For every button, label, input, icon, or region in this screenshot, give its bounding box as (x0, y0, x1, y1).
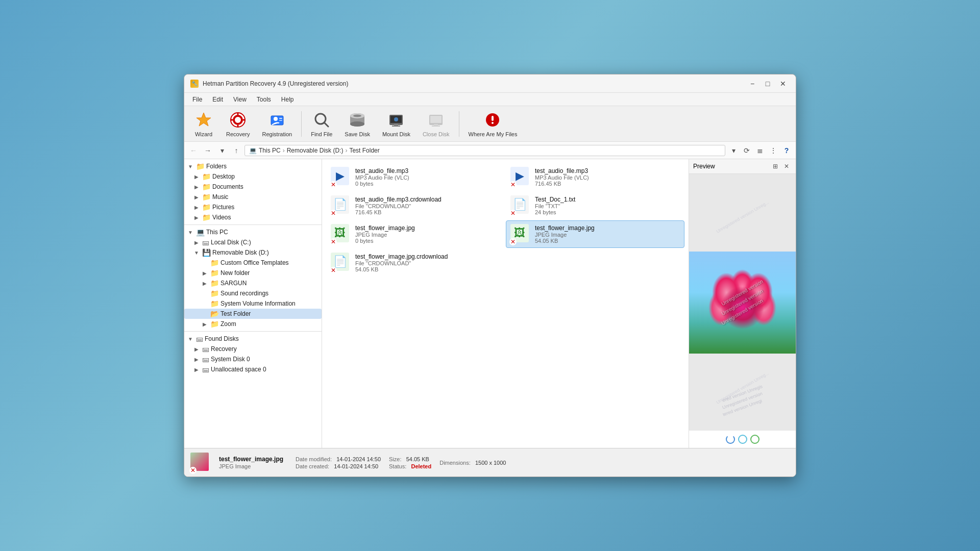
sidebar-recovery-label: Recovery (211, 345, 237, 353)
minimize-button[interactable]: − (746, 78, 759, 89)
menu-tools[interactable]: Tools (253, 95, 275, 104)
view-options-button[interactable]: ⋮ (767, 144, 779, 157)
status-size-label: Size: (389, 456, 401, 462)
status-thumbnail: ✕ (190, 453, 211, 473)
up-button[interactable]: ↑ (230, 144, 242, 157)
sidebar-item-recovery[interactable]: ▶ 🖴 Recovery (184, 344, 322, 354)
folder-icon-cot: 📁 (210, 259, 219, 267)
close-disk-button[interactable]: Close Disk (418, 109, 455, 139)
path-segment-2: Removable Disk (D:) (287, 147, 344, 154)
preview-expand-button[interactable]: ⊞ (770, 161, 780, 171)
find-file-button[interactable]: Find File (306, 109, 337, 139)
sidebar-section-folders[interactable]: ▼ 📁 Folders (184, 161, 322, 171)
sidebar-item-system-disk-0[interactable]: ▶ 🖴 System Disk 0 (184, 354, 322, 364)
chevron-zoom: ▶ (201, 321, 209, 327)
folder-icon-new-folder: 📁 (210, 269, 219, 277)
mount-disk-button[interactable]: Mount Disk (377, 109, 415, 139)
disk-icon-c: 🖴 (202, 238, 209, 246)
recent-button[interactable]: ▾ (216, 144, 228, 157)
folder-icon-documents: 📁 (202, 183, 211, 191)
refresh-button[interactable]: ⟳ (741, 144, 753, 157)
file-type-1: MP3 Audio File (VLC) (355, 174, 500, 181)
sidebar-item-zoom[interactable]: ▶ 📁 Zoom (184, 319, 322, 329)
sidebar-item-documents[interactable]: ▶ 📁 Documents (184, 182, 322, 192)
maximize-button[interactable]: □ (761, 78, 774, 89)
sidebar-item-new-folder[interactable]: ▶ 📁 New folder (184, 268, 322, 278)
sidebar-item-custom-office-templates[interactable]: 📁 Custom Office Templates (184, 258, 322, 268)
watermark-below-text-3: tered version Unregi (722, 398, 763, 417)
menu-help[interactable]: Help (277, 95, 298, 104)
sidebar-videos-label: Videos (212, 214, 231, 221)
filter-button[interactable]: ≣ (754, 144, 766, 157)
mount-disk-label: Mount Disk (382, 131, 410, 137)
sidebar-item-pictures[interactable]: ▶ 📁 Pictures (184, 202, 322, 212)
folder-icon-desktop: 📁 (202, 172, 211, 181)
folder-icon-pictures: 📁 (202, 203, 211, 211)
status-date-modified-label: Date modified: (296, 456, 332, 462)
file-thumb-7: 📄 ✕ (331, 253, 351, 273)
sidebar-item-music[interactable]: ▶ 📁 Music (184, 192, 322, 202)
file-size-3: 716.45 KB (355, 209, 500, 215)
sidebar-item-system-volume-information[interactable]: 📁 System Volume Information (184, 298, 322, 309)
find-file-icon (312, 111, 331, 129)
file-item-5[interactable]: 🖼 ✕ test_flower_image.jpg JPEG Image 0 b… (326, 220, 505, 248)
sidebar-section-found-disks[interactable]: ▼ 🖴 Found Disks (184, 334, 322, 344)
sidebar-item-videos[interactable]: ▶ 📁 Videos (184, 212, 322, 222)
chevron-desktop: ▶ (192, 174, 201, 180)
address-path-display[interactable]: 💻 This PC › Removable Disk (D:) › Test F… (244, 145, 725, 156)
status-dimensions-info: Dimensions: 1500 x 1000 (439, 460, 506, 466)
menu-file[interactable]: File (188, 95, 206, 104)
file-item-1[interactable]: ▶ ✕ test_audio_file.mp3 MP3 Audio File (… (326, 163, 505, 191)
menu-view[interactable]: View (229, 95, 251, 104)
app-icon: 🔧 (190, 80, 199, 88)
file-item-3[interactable]: 📄 ✕ test_audio_file.mp3.crdownload File … (326, 192, 505, 219)
sidebar-item-test-folder[interactable]: 📂 Test Folder (184, 309, 322, 319)
sidebar-item-local-disk-c[interactable]: ▶ 🖴 Local Disk (C:) (184, 237, 322, 247)
wizard-button[interactable]: Wizard (188, 109, 219, 139)
sidebar-section-this-pc[interactable]: ▼ 💻 This PC (184, 227, 322, 237)
where-are-my-files-button[interactable]: Where Are My Files (463, 109, 523, 139)
sidebar-item-removable-disk-d[interactable]: ▼ 💾 Removable Disk (D:) (184, 247, 322, 258)
registration-label: Registration (262, 131, 292, 137)
sidebar-local-disk-c-label: Local Disk (C:) (211, 239, 251, 246)
file-item-7[interactable]: 📄 ✕ test_flower_image.jpg.crdownload Fil… (326, 249, 505, 277)
file-size-4: 24 bytes (535, 209, 680, 215)
file-type-3: File "CRDOWNLOAD" (355, 203, 500, 209)
help-button[interactable]: ? (780, 144, 793, 157)
folder-icon-unallocated-space-0: 🖴 (202, 365, 209, 373)
chevron-folders: ▼ (186, 164, 194, 169)
sidebar-item-sargun[interactable]: ▶ 📁 SARGUN (184, 278, 322, 288)
chevron-svi (201, 301, 209, 307)
preview-close-button[interactable]: ✕ (781, 161, 792, 171)
svg-rect-11 (279, 120, 282, 121)
save-disk-button[interactable]: Save Disk (339, 109, 375, 139)
preview-header: Preview ⊞ ✕ (689, 159, 796, 174)
svg-point-24 (394, 117, 398, 121)
sidebar-item-desktop[interactable]: ▶ 📁 Desktop (184, 171, 322, 182)
forward-button[interactable]: → (202, 144, 214, 157)
file-thumb-1: ▶ ✕ (331, 167, 351, 187)
file-type-4: File "TXT" (535, 203, 680, 209)
registration-button[interactable]: Registration (257, 109, 297, 139)
file-size-6: 54.05 KB (535, 238, 680, 244)
file-item-4[interactable]: 📄 ✕ Test_Doc_1.txt File "TXT" 24 bytes (506, 192, 684, 219)
menu-edit[interactable]: Edit (208, 95, 227, 104)
sidebar-zoom-label: Zoom (220, 320, 236, 328)
sidebar-item-sound-recordings[interactable]: 📁 Sound recordings (184, 288, 322, 298)
status-status-value: Deleted (411, 463, 431, 469)
file-item-2[interactable]: ▶ ✕ test_audio_file.mp3 MP3 Audio File (… (506, 163, 684, 191)
folder-icon-folders: 📁 (196, 162, 205, 170)
chevron-test-folder (201, 311, 209, 317)
file-type-2: MP3 Audio File (VLC) (535, 174, 680, 181)
svg-rect-28 (432, 126, 440, 127)
address-dropdown-button[interactable]: ▾ (727, 144, 740, 157)
status-size-row: Size: 54.05 KB (389, 456, 431, 462)
close-button[interactable]: ✕ (776, 78, 790, 89)
recovery-button[interactable]: Recovery (221, 109, 255, 139)
file-item-6[interactable]: 🖼 ✕ test_flower_image.jpg JPEG Image 54.… (506, 220, 684, 248)
file-info-6: test_flower_image.jpg JPEG Image 54.05 K… (535, 224, 680, 244)
back-button[interactable]: ← (187, 144, 200, 157)
path-segment-3: Test Folder (349, 147, 379, 154)
sidebar-item-unallocated-space-0[interactable]: ▶ 🖴 Unallocated space 0 (184, 364, 322, 374)
svg-rect-23 (392, 126, 400, 127)
